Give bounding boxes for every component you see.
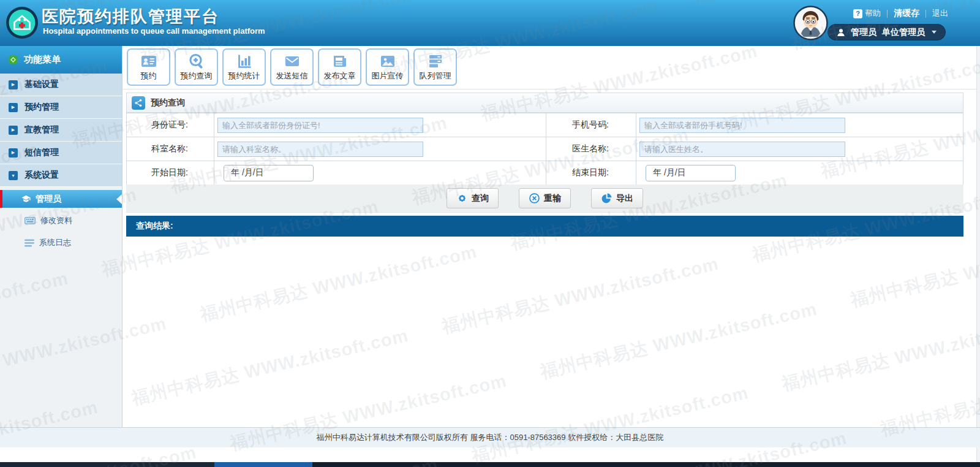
page-title: 医院预约排队管理平台 [42,6,219,28]
id-number-label: 身份证号: [127,113,214,137]
form-cell [214,161,546,185]
zoom-plus-icon [187,53,206,70]
toolbar-button-appointment-stats[interactable]: 预约统计 [222,48,266,86]
sidebar-subitem-admin[interactable]: 管理员 [0,190,122,208]
chevron-right-icon: ▶ [9,103,18,112]
toolbar: 预约 预约查询 预约统计 发送短信 [123,46,980,89]
user-icon [837,28,845,37]
phone-input[interactable] [639,118,845,133]
list-lines-icon [24,239,34,247]
toolbar-button-queue-mgmt[interactable]: 队列管理 [413,48,457,86]
reset-button[interactable]: 重输 [519,188,571,208]
form-row: 开始日期: 结束日期: [127,161,963,185]
chevron-down-icon: ▼ [9,171,18,180]
form-cell [636,161,963,185]
start-date-label: 开始日期: [127,161,214,185]
doctor-label: 医生名称: [546,137,636,161]
taskbar-segment [214,462,312,467]
user-avatar[interactable] [793,6,828,40]
sidebar-item-education-mgmt[interactable]: ▶ 宣教管理 [0,119,122,142]
gear-icon [456,192,468,204]
help-link[interactable]: ?帮助 [853,8,881,19]
copyright-text: 福州中科易达计算机技术有限公司版权所有 服务电话：0591-87563369 软… [317,432,663,443]
hospital-logo-icon [6,6,39,39]
form-cell [214,113,546,137]
form-actions: 查询 重输 导出 [126,184,963,213]
toolbar-button-publish-article[interactable]: 发布文章 [318,48,361,86]
main-content: 预约 预约查询 预约统计 发送短信 [123,46,980,428]
share-icon [132,96,145,110]
sidebar-item-sms-mgmt[interactable]: ▶ 短信管理 [0,142,122,164]
pie-chart-icon [601,192,612,204]
end-date-input[interactable] [646,165,736,181]
department-label: 科室名称: [127,137,214,161]
end-date-label: 结束日期: [546,161,636,185]
taskbar-segment [0,462,214,467]
sidebar-item-system-settings[interactable]: ▼ 系统设置 [0,164,122,187]
contact-card-icon [140,53,158,70]
doctor-input[interactable] [639,142,845,157]
form-cell [636,137,963,161]
chevron-right-icon: ▶ [9,148,18,158]
newspaper-icon [331,53,349,70]
image-icon [379,53,397,70]
sidebar: 功能菜单 ▶ 基础设置 ▶ 预约管理 ▶ 宣教管理 ▶ 短信管理 ▼ 系统设置 … [0,46,123,428]
bar-chart-icon [235,53,254,70]
help-icon: ? [853,9,862,18]
queue-list-icon [426,53,445,70]
sidebar-subitem-system-log[interactable]: 系统日志 [0,234,122,252]
sidebar-item-appointment-mgmt[interactable]: ▶ 预约管理 [0,96,122,119]
department-input[interactable] [217,142,423,157]
page-subtitle: Hospital appointments to queue call mana… [43,26,265,36]
panel-title: 预约查询 [151,97,185,108]
user-role-pill[interactable]: 管理员 单位管理员 [827,24,946,40]
separator [887,10,888,18]
envelope-icon [283,53,301,70]
circle-x-icon [529,192,540,204]
form-row: 身份证号: 手机号码: [127,113,963,137]
system-settings-submenu: 管理员 修改资料 系统日志 [0,187,122,252]
sidebar-subitem-edit-profile[interactable]: 修改资料 [0,211,122,230]
current-role: 管理员 [851,27,876,38]
menu-gem-icon [8,55,18,65]
toolbar-button-appointment[interactable]: 预约 [127,48,170,86]
separator [925,10,926,18]
search-button[interactable]: 查询 [447,188,499,208]
sidebar-header: 功能菜单 [0,46,122,74]
logout-link[interactable]: 退出 [932,8,948,19]
id-number-input[interactable] [217,118,423,133]
footer: 福州中科易达计算机技术有限公司版权所有 服务电话：0591-87563369 软… [0,427,980,447]
graduation-cap-icon [21,194,31,204]
export-button[interactable]: 导出 [591,188,643,208]
app-header: 医院预约排队管理平台 Hospital appointments to queu… [0,0,980,46]
results-header: 查询结果: [126,216,963,237]
query-form: 身份证号: 手机号码: 科室名称: 医生名称: 开始日期: 结束日期: [126,113,963,185]
form-cell [636,113,963,137]
bottom-taskbar [0,462,980,467]
keyboard-icon [24,216,36,225]
start-date-input[interactable] [224,165,314,181]
panel-title-bar: 预约查询 [126,93,963,113]
clear-cache-link[interactable]: 清缓存 [894,8,919,19]
chevron-right-icon: ▶ [9,126,18,135]
form-row: 科室名称: 医生名称: [127,137,963,161]
chevron-down-icon [932,31,937,34]
top-links: ?帮助 清缓存 退出 [853,8,948,19]
phone-label: 手机号码: [546,113,636,137]
toolbar-button-send-sms[interactable]: 发送短信 [270,48,314,86]
org-role: 单位管理员 [882,27,925,38]
scrollbar[interactable] [976,46,980,462]
toolbar-button-appointment-query[interactable]: 预约查询 [175,48,218,86]
form-cell [214,137,546,161]
toolbar-button-image-promo[interactable]: 图片宣传 [366,48,409,86]
chevron-right-icon: ▶ [9,80,18,89]
sidebar-item-basic-settings[interactable]: ▶ 基础设置 [0,74,122,96]
